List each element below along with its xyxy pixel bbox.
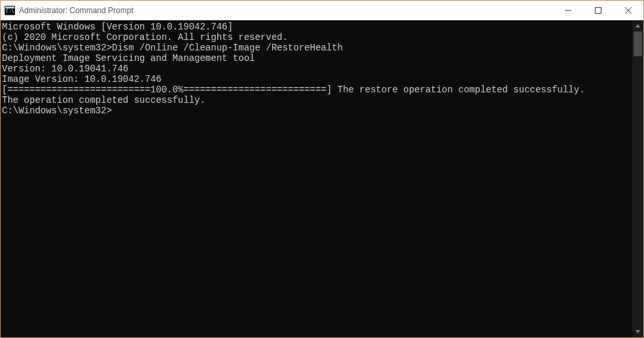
console-line: Image Version: 10.0.19042.746	[2, 74, 632, 84]
svg-text:C:\: C:\	[6, 9, 14, 14]
console-line: The operation completed successfully.	[2, 95, 632, 105]
console-line: C:\Windows\system32>Dism /Online /Cleanu…	[2, 43, 632, 53]
titlebar[interactable]: C:\ Administrator: Command Prompt	[1, 1, 643, 20]
console-line: [==========================100.0%=======…	[2, 84, 632, 95]
console-line: (c) 2020 Microsoft Corporation. All righ…	[2, 32, 632, 43]
cmd-icon: C:\	[5, 5, 15, 16]
window-title: Administrator: Command Prompt	[19, 6, 553, 15]
cursor	[112, 107, 117, 116]
scroll-down-arrow-icon[interactable]	[632, 326, 643, 337]
scroll-up-arrow-icon[interactable]	[632, 20, 643, 31]
prompt-prefix: C:\Windows\system32>	[2, 105, 112, 116]
maximize-button[interactable]	[583, 1, 613, 20]
console-line: Deployment Image Servicing and Managemen…	[2, 53, 632, 64]
cmd-window: C:\ Administrator: Command Prompt Micros…	[0, 0, 644, 338]
console-output[interactable]: Microsoft Windows [Version 10.0.19042.74…	[1, 20, 632, 337]
scroll-thumb[interactable]	[634, 31, 642, 56]
close-button[interactable]	[613, 1, 643, 20]
window-controls	[553, 1, 643, 20]
console-line: Microsoft Windows [Version 10.0.19042.74…	[2, 22, 632, 32]
vertical-scrollbar[interactable]	[632, 20, 643, 337]
minimize-button[interactable]	[553, 1, 583, 20]
console-prompt-line: C:\Windows\system32>	[2, 105, 632, 116]
console-area: Microsoft Windows [Version 10.0.19042.74…	[1, 20, 643, 337]
console-line: Version: 10.0.19041.746	[2, 64, 632, 74]
svg-rect-4	[596, 7, 601, 13]
